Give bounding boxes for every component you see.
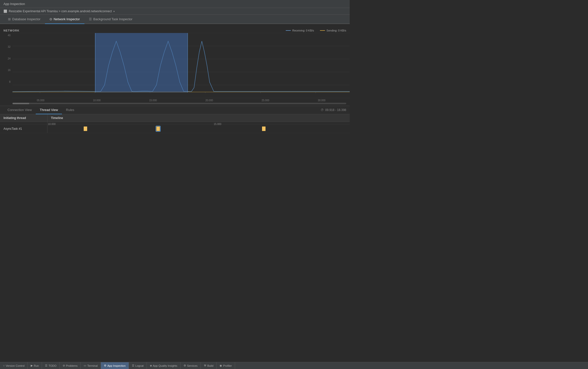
legend-receiving-label: Receiving: 0 KB/s (292, 29, 314, 32)
tab-background-label: Background Task Inspector (93, 17, 133, 21)
col-timeline-header: Timeline (47, 114, 350, 122)
task-block-1[interactable] (84, 126, 87, 131)
device-icon: ⬜ (3, 10, 7, 13)
device-bar: ⬜ Resizable Experimental API Tiramisu > … (0, 8, 350, 15)
tab-bar: ⊞ Database Inspector ⊙ Network Inspector… (0, 15, 350, 24)
svg-rect-7 (95, 33, 188, 92)
network-chart-header: NETWORK Receiving: 0 KB/s Sending: 0 KB/… (0, 29, 350, 33)
scrollbar-thumb[interactable] (12, 103, 29, 104)
task-block-3[interactable] (262, 126, 266, 131)
title-bar: App Inspection (0, 0, 350, 8)
tab-connection-view[interactable]: Connection View (3, 106, 36, 114)
x-tick-25: 25.000 (237, 99, 294, 102)
y-tick-16: 16 (3, 69, 10, 72)
y-tick-8: 8 (3, 80, 10, 83)
x-tick-10: 10.000 (69, 99, 125, 102)
timeline-row[interactable] (47, 124, 350, 133)
x-tick-05: 05.000 (12, 99, 69, 102)
tab-network[interactable]: ⊙ Network Inspector (45, 15, 84, 24)
device-name[interactable]: Resizable Experimental API Tiramisu > co… (9, 10, 112, 13)
sub-col-timeline: 10.000 15.000 (47, 122, 350, 124)
table-header: Initiating thread Timeline (0, 114, 350, 122)
tab-thread-label: Thread View (40, 108, 58, 112)
tab-thread-view[interactable]: Thread View (36, 106, 62, 114)
app-inspection-title: App Inspection (3, 2, 25, 6)
chart-container[interactable]: 40 32 24 16 8 (0, 33, 350, 98)
x-tick-30: 30.000 (294, 99, 350, 102)
y-tick-32: 32 (3, 46, 10, 48)
scrollbar-container[interactable] (0, 102, 350, 106)
database-icon: ⊞ (8, 17, 11, 21)
y-tick-40: 40 (3, 34, 10, 37)
receiving-line-icon (286, 30, 291, 31)
table-row: AsyncTask #1 (0, 124, 350, 133)
chevron-down-icon[interactable]: ▾ (113, 10, 115, 13)
y-tick-24: 24 (3, 57, 10, 60)
table-subheader: 10.000 15.000 (0, 122, 350, 124)
x-tick-20: 20.000 (181, 99, 237, 102)
scrollbar-track[interactable] (12, 103, 346, 104)
chart-legend: Receiving: 0 KB/s Sending: 0 KB/s (286, 29, 346, 32)
time-range-value: 09.918 - 18.398 (325, 108, 346, 112)
thread-name-asynctask: AsyncTask #1 (0, 124, 47, 133)
view-tabs-bar: Connection View Thread View Rules ⏱ 09.9… (0, 106, 350, 114)
table-section: Initiating thread Timeline 10.000 15.000… (0, 114, 350, 183)
chart-svg (12, 33, 350, 98)
legend-sending: Sending: 0 KB/s (320, 29, 346, 32)
background-icon: ☰ (89, 17, 92, 21)
sending-line-icon (320, 30, 325, 31)
tab-rules-label: Rules (66, 108, 74, 112)
tab-database[interactable]: ⊞ Database Inspector (3, 15, 45, 24)
chart-area[interactable] (12, 33, 350, 98)
sub-col-thread (0, 122, 47, 124)
network-chart-section: NETWORK Receiving: 0 KB/s Sending: 0 KB/… (0, 26, 350, 106)
task-block-2-selected[interactable] (156, 126, 160, 131)
tab-background[interactable]: ☰ Background Task Inspector (84, 15, 137, 24)
legend-sending-label: Sending: 0 KB/s (326, 29, 346, 32)
tab-network-label: Network Inspector (54, 17, 80, 21)
tab-rules[interactable]: Rules (62, 106, 78, 114)
x-tick-15: 15.000 (125, 99, 181, 102)
empty-timeline-area (0, 133, 350, 183)
network-chart-title: NETWORK (3, 29, 19, 32)
network-icon: ⊙ (49, 17, 52, 21)
x-axis: 05.000 10.000 15.000 20.000 25.000 30.00… (0, 98, 350, 102)
time-range: ⏱ 09.918 - 18.398 (321, 108, 346, 112)
y-axis: 40 32 24 16 8 (0, 33, 12, 98)
legend-receiving: Receiving: 0 KB/s (286, 29, 314, 32)
clock-icon: ⏱ (321, 108, 324, 112)
tab-connection-label: Connection View (7, 108, 32, 112)
tab-database-label: Database Inspector (12, 17, 40, 21)
col-thread-header: Initiating thread (0, 114, 47, 122)
